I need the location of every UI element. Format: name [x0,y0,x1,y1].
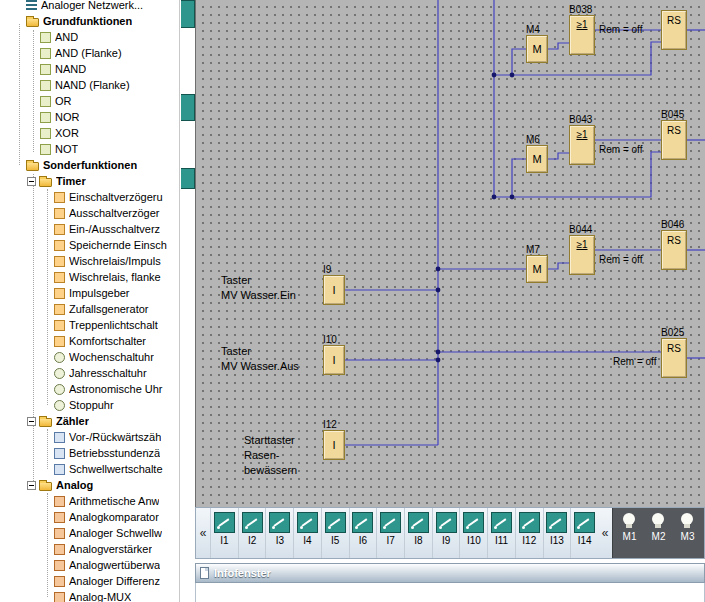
clock-icon [54,368,65,379]
tree-item-analoger-differenz[interactable]: Analoger Differenz [0,573,179,589]
tree-item-analogwertueberwa[interactable]: Analogwertüberwa [0,557,179,573]
sim-input-i7[interactable]: I7 [376,508,404,558]
tree-item-label: Astronomische Uhr [69,383,163,395]
block-m6[interactable]: M6M [526,145,548,173]
tree-item-label: XOR [55,127,79,139]
tree-item-zufallsgenerator[interactable]: Zufallsgenerator [0,301,179,317]
tree-item-label: Einschaltverzögeru [69,191,163,203]
block-comment-text: MV Wasser.Aus [221,360,299,372]
tree-item-grundfunktionen[interactable]: Grundfunktionen [0,13,179,29]
block-b038[interactable]: B038≥1 [569,15,595,55]
tree-item-speichernde-einsch[interactable]: Speichernde Einsch [0,237,179,253]
block-m7[interactable]: M7M [526,255,548,283]
block-b025[interactable]: B025RS [661,338,687,378]
sim-input-i4[interactable]: I4 [293,508,321,558]
block-i10[interactable]: I10I [323,345,345,375]
tree-indent [0,165,26,166]
info-window-title: Infofenster [214,567,271,579]
folder-icon [39,178,52,187]
tree-item-analog-mux[interactable]: Analog-MUX [0,589,179,602]
block-rs-top[interactable]: RS [661,10,687,50]
tree-item-treppenlichtschalt[interactable]: Treppenlichtschalt [0,317,179,333]
tree-item-label: Ein-/Ausschaltverz [69,223,160,235]
tree-item-einschaltverzoegeru[interactable]: Einschaltverzögeru [0,189,179,205]
tree-item-analoger-netzwerk[interactable]: Analoger Netzwerk... [0,0,179,13]
block-m4[interactable]: M4M [526,35,548,63]
tree-item-stoppuhr[interactable]: Stoppuhr [0,397,179,413]
sim-input-label: I7 [387,535,395,546]
block-b043[interactable]: B043≥1 [569,125,595,165]
tree-item-schwellwertschalte[interactable]: Schwellwertschalte [0,461,179,477]
switch-icon [491,512,512,533]
tree-item-arithmetische-anw[interactable]: Arithmetische Anw [0,493,179,509]
diagram-canvas[interactable]: M4MB038≥1RSM6MB043≥1B045RSM7MB044≥1B046R… [195,0,705,507]
sim-input-label: I1 [220,535,228,546]
tree-item-and[interactable]: AND [0,29,179,45]
tree-item-impulsgeber[interactable]: Impulsgeber [0,285,179,301]
tree-item-astronomische-uhr[interactable]: Astronomische Uhr [0,381,179,397]
sim-input-i2[interactable]: I2 [238,508,266,558]
tree-item-nand-flanke[interactable]: NAND (Flanke) [0,77,179,93]
tree-item-timer[interactable]: Timer [0,173,179,189]
gate-icon [40,128,51,139]
tree-item-analoger-schwellw[interactable]: Analoger Schwellw [0,525,179,541]
tree-item-and-flanke[interactable]: AND (Flanke) [0,45,179,61]
info-window-header[interactable]: Infofenster [195,563,705,583]
collapse-expander-icon[interactable] [27,481,36,490]
wire-junction [436,288,441,293]
sim-input-i3[interactable]: I3 [265,508,293,558]
block-b046[interactable]: B046RS [661,230,687,270]
block-i9[interactable]: I9I [323,275,345,305]
tree-item-nor[interactable]: NOR [0,109,179,125]
block-label: B043 [569,114,592,125]
timer-icon [54,272,65,283]
tree-item-vor-rueckwaertszaeh[interactable]: Vor-/Rückwärtszäh [0,429,179,445]
tree-item-sonderfunktionen[interactable]: Sonderfunktionen [0,157,179,173]
tree-item-ausschaltverzoeger[interactable]: Ausschaltverzöger [0,205,179,221]
tree-item-zaehler[interactable]: Zähler [0,413,179,429]
sim-input-i14[interactable]: I14 [570,508,598,558]
clock-icon [54,352,65,363]
tree-indent [0,117,40,118]
tree-item-betriebsstundenzae[interactable]: Betriebsstundenzä [0,445,179,461]
tree-item-nand[interactable]: NAND [0,61,179,77]
sim-input-i11[interactable]: I11 [487,508,515,558]
tree-item-analogkomparator[interactable]: Analogkomparator [0,509,179,525]
tree-item-or[interactable]: OR [0,93,179,109]
tree-item-ein-ausschaltverz[interactable]: Ein-/Ausschaltverz [0,221,179,237]
tree-indent [0,437,54,438]
block-b045[interactable]: B045RS [661,120,687,160]
rem-param-text: Rem = off [599,144,642,155]
tree-item-analog[interactable]: Analog [0,477,179,493]
collapse-inputs-button[interactable]: « [196,508,210,558]
tree-item-jahresschaltuhr[interactable]: Jahresschaltuhr [0,365,179,381]
tree-item-not[interactable]: NOT [0,141,179,157]
tree-indent [0,549,54,550]
timer-icon [54,304,65,315]
tree-item-xor[interactable]: XOR [0,125,179,141]
sim-input-i8[interactable]: I8 [404,508,432,558]
tree-item-wochenschaltuhr[interactable]: Wochenschaltuhr [0,349,179,365]
sim-input-label: I13 [550,535,564,546]
block-i12[interactable]: I12I [323,430,345,460]
block-b044[interactable]: B044≥1 [569,235,595,275]
sim-input-i5[interactable]: I5 [321,508,349,558]
sim-input-i1[interactable]: I1 [210,508,238,558]
sim-input-i6[interactable]: I6 [349,508,377,558]
sim-input-i13[interactable]: I13 [543,508,571,558]
timer-icon [54,288,65,299]
tree-item-komfortschalter[interactable]: Komfortschalter [0,333,179,349]
tree-item-wischrelais-impuls[interactable]: Wischrelais/Impuls [0,253,179,269]
switch-icon [325,512,346,533]
collapse-outputs-button[interactable]: « [598,508,612,558]
tree-item-wischrelais-flanke[interactable]: Wischrelais, flanke [0,269,179,285]
sim-input-i12[interactable]: I12 [515,508,543,558]
tree-rows: Analoger Netzwerk...GrundfunktionenANDAN… [0,0,179,602]
collapse-expander-icon[interactable] [27,417,36,426]
gate-icon [40,112,51,123]
sim-input-i10[interactable]: I10 [459,508,487,558]
tree-item-label: Ausschaltverzöger [69,207,160,219]
collapse-expander-icon[interactable] [27,177,36,186]
sim-input-i9[interactable]: I9 [432,508,460,558]
tree-item-analogverstaerker[interactable]: Analogverstärker [0,541,179,557]
